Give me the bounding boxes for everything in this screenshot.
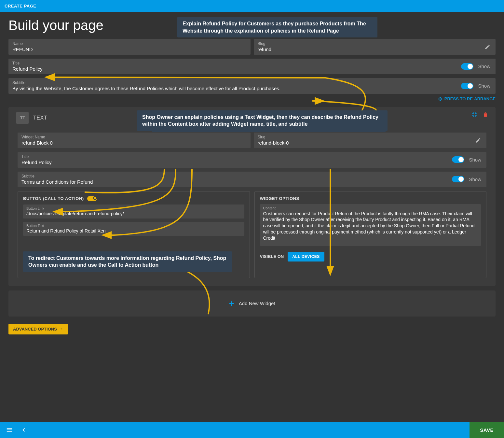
cta-toggle[interactable]: [87, 196, 97, 201]
chevron-down-icon: [60, 327, 63, 331]
widget-area: TT TEXT Shop Owner can explain policies …: [8, 107, 496, 286]
rearrange-label: PRESS TO RE-ARRANGE: [444, 96, 496, 101]
options-panel-title: WIDGET OPTIONS: [260, 196, 481, 201]
plus-icon: +: [229, 298, 234, 309]
widget-title-field[interactable]: Title Refund Policy Show: [18, 152, 486, 168]
widget-title-label: Title: [21, 154, 452, 159]
pencil-icon[interactable]: [475, 137, 481, 143]
save-button[interactable]: SAVE: [470, 422, 504, 438]
subtitle-toggle[interactable]: [461, 83, 473, 89]
name-field[interactable]: Name REFUND: [8, 39, 251, 55]
back-chevron-icon[interactable]: [20, 426, 27, 433]
button-text-value: Return and Refund Policy of Retail Xen: [26, 228, 241, 233]
page-title: Build your page: [8, 18, 103, 33]
subtitle-toggle-label: Show: [478, 83, 490, 89]
text-widget-icon: TT: [16, 112, 29, 124]
title-value: Refund Policy: [12, 66, 461, 72]
trash-icon[interactable]: [483, 112, 488, 118]
move-icon: [438, 97, 443, 101]
widget-name-label: Widget Name: [21, 135, 247, 139]
subtitle-value: By visiting the Website, the Customer ag…: [12, 86, 461, 91]
widget-actions: [471, 112, 488, 118]
minimize-icon[interactable]: [471, 112, 477, 118]
name-value: REFUND: [12, 47, 247, 52]
rearrange-row: PRESS TO RE-ARRANGE: [0, 94, 504, 103]
widget-subtitle-toggle-label: Show: [469, 177, 481, 182]
widget-slug-value: refund-block-0: [258, 140, 483, 146]
title-toggle-label: Show: [478, 64, 490, 69]
slug-field[interactable]: Slug refund: [254, 39, 496, 55]
button-text-field[interactable]: Button Text Return and Refund Policy of …: [23, 222, 244, 236]
widget-title-toggle[interactable]: [452, 156, 464, 163]
pencil-icon[interactable]: [484, 44, 490, 50]
title-field[interactable]: Title Refund Policy Show: [8, 59, 496, 74]
title-row: Title Refund Policy Show: [0, 59, 504, 74]
button-link-field[interactable]: Button Link /docs/policies-template/retu…: [23, 205, 244, 219]
widget-subtitle-toggle[interactable]: [452, 176, 464, 182]
slug-label: Slug: [258, 41, 492, 46]
advanced-options-label: ADVANCED OPTIONS: [13, 327, 57, 332]
content-field[interactable]: Content Customers can request for Produc…: [260, 204, 481, 246]
widget-slug-label: Slug: [258, 135, 483, 139]
cta-panel: BUTTON (CALL TO ACTION) Button Link /doc…: [18, 191, 250, 278]
advanced-options-row: ADVANCED OPTIONS: [8, 324, 504, 334]
widget-name-value: refund Block 0: [21, 140, 247, 146]
widget-title-toggle-label: Show: [469, 157, 481, 162]
widget-title-value: Refund Policy: [21, 160, 452, 165]
bottom-bar: SAVE: [0, 422, 504, 438]
button-text-label: Button Text: [26, 224, 241, 228]
name-label: Name: [12, 41, 247, 46]
cta-header-label: BUTTON (CALL TO ACTION): [23, 196, 84, 201]
two-panel: BUTTON (CALL TO ACTION) Button Link /doc…: [18, 191, 486, 278]
callout-cta: To redirect Customers towards more infor…: [23, 251, 232, 272]
widget-name-field[interactable]: Widget Name refund Block 0: [18, 133, 251, 148]
slug-value: refund: [258, 47, 492, 52]
advanced-options-button[interactable]: ADVANCED OPTIONS: [8, 324, 68, 334]
cta-panel-title: BUTTON (CALL TO ACTION): [23, 196, 244, 201]
visible-on-row: VISIBLE ON ALL DEVICES: [260, 252, 481, 261]
widget-body: Widget Name refund Block 0 Slug refund-b…: [13, 133, 491, 278]
top-bar: CREATE PAGE: [0, 0, 504, 12]
content-label: Content: [263, 206, 478, 210]
button-link-value: /docs/policies-template/return-and-refun…: [26, 211, 241, 216]
title-label: Title: [12, 61, 461, 65]
widget-slug-field[interactable]: Slug refund-block-0: [254, 133, 487, 148]
widget-subtitle-label: Subtitle: [21, 174, 452, 178]
title-toggle[interactable]: [461, 63, 473, 70]
button-link-label: Button Link: [26, 206, 241, 210]
add-widget-button[interactable]: + Add New Widget: [8, 290, 496, 317]
subtitle-field[interactable]: Subtitle By visiting the Website, the Cu…: [8, 78, 496, 94]
visible-on-label: VISIBLE ON: [260, 254, 284, 259]
hamburger-icon[interactable]: [6, 426, 13, 433]
rearrange-link[interactable]: PRESS TO RE-ARRANGE: [438, 96, 496, 101]
name-slug-row: Name REFUND Slug refund: [0, 39, 504, 55]
widget-subtitle-value: Terms and Conditions for Refund: [21, 179, 452, 185]
all-devices-button[interactable]: ALL DEVICES: [288, 252, 324, 261]
subtitle-label: Subtitle: [12, 80, 461, 85]
callout-refund-explain: Explain Refund Policy for Customers as t…: [177, 17, 377, 37]
content-value: Customers can request for Product Return…: [263, 211, 478, 243]
widget-subtitle-field[interactable]: Subtitle Terms and Conditions for Refund…: [18, 172, 486, 187]
callout-text-widget: Shop Owner can explain policies using a …: [137, 110, 388, 131]
subtitle-row: Subtitle By visiting the Website, the Cu…: [0, 78, 504, 94]
options-panel: WIDGET OPTIONS Content Customers can req…: [254, 191, 487, 278]
top-bar-label: CREATE PAGE: [5, 4, 36, 8]
widget-type-label: TEXT: [33, 115, 47, 121]
add-widget-label: Add New Widget: [239, 301, 275, 306]
